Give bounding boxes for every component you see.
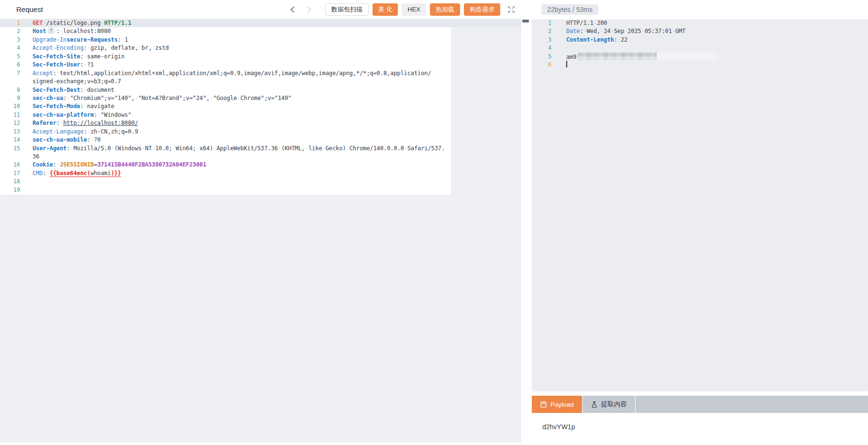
hex-button[interactable]: HEX [402, 3, 426, 16]
tab-payload-label: Payload [550, 401, 574, 408]
extract-flask-icon [591, 401, 598, 408]
payload-content-area: d2hvYW1p [532, 413, 868, 445]
chevron-right-icon [305, 6, 313, 13]
beautify-button[interactable]: 美 化 [373, 3, 398, 16]
request-editor[interactable]: 1GET·/static/logo.png·HTTP/1.12Host?:·lo… [0, 19, 521, 194]
line-number: 6 [0, 61, 20, 69]
next-packet-button[interactable] [303, 5, 315, 14]
fullscreen-button[interactable] [507, 5, 516, 14]
prev-packet-button[interactable] [287, 5, 298, 14]
code-line[interactable]: 17CMD:·{{base64enc(whoami)}} [0, 169, 521, 178]
code-line[interactable]: 14sec-ch-ua-mobile:·?0 [0, 136, 521, 144]
code-line[interactable]: 4Accept-Encoding:·gzip,·deflate,·br,·zst… [0, 44, 521, 52]
chevron-left-icon [289, 6, 297, 13]
code-line[interactable]: 15User-Agent:·Mozilla/5.0·(Windows·NT·10… [0, 145, 521, 153]
code-line[interactable]: 6Sec-Fetch-User:·?1 [0, 61, 521, 69]
line-number: 3 [532, 36, 551, 44]
code-line[interactable]: 3Content-Length:·22 [532, 36, 868, 44]
code-line[interactable]: signed-exchange;v=b3;q=0.7 [0, 78, 521, 86]
host-hint-badge[interactable]: ? [48, 28, 55, 34]
line-number: 10 [0, 102, 20, 111]
line-number: 12 [0, 119, 20, 127]
code-line[interactable]: 5am9 [532, 53, 868, 61]
code-line[interactable]: 11sec-ch-ua-platform:·"Windows" [0, 111, 521, 119]
line-number: 8 [0, 86, 20, 94]
code-line[interactable]: 12Referer:·http://localhost:8080/ [0, 119, 521, 127]
response-panel-gap [532, 391, 868, 396]
line-number: 1 [532, 19, 551, 27]
response-bottom-tabbar: Payload 提取内容 [532, 396, 868, 413]
line-number: 6 [532, 61, 551, 69]
response-editor-background [532, 19, 868, 391]
response-panel: 22bytes / 53ms 1HTTP/1.1·2002Date:·Wed,·… [532, 0, 868, 445]
line-number: 5 [0, 53, 20, 61]
fullscreen-expand-icon [507, 5, 516, 14]
line-number: 15 [0, 145, 20, 153]
request-panel-bottom-strip [0, 442, 521, 445]
construct-request-button[interactable]: 构造请求 [464, 3, 500, 16]
line-number: 5 [532, 53, 551, 61]
line-number: 18 [0, 178, 20, 186]
response-stats-badge: 22bytes / 53ms [541, 4, 598, 15]
line-number: 9 [0, 94, 20, 102]
line-number: 2 [0, 27, 20, 35]
line-number: 4 [532, 44, 551, 52]
request-title: Request [16, 5, 43, 13]
text-cursor [566, 61, 567, 67]
line-number: 7 [0, 69, 20, 78]
hot-reload-button[interactable]: 热加载 [430, 3, 460, 16]
code-line[interactable]: 5Sec-Fetch-Site:·same-origin [0, 53, 521, 61]
line-number: 2 [532, 27, 551, 35]
code-line[interactable]: 7Accept:·text/html,application/xhtml+xml… [0, 69, 521, 78]
code-line[interactable]: 18 [0, 178, 521, 186]
tab-payload[interactable]: Payload [532, 396, 582, 413]
code-line[interactable]: 4 [532, 44, 868, 52]
payload-book-icon [540, 401, 547, 408]
code-line[interactable]: 2Date:·Wed,·24·Sep·2025·05:37:01·GMT [532, 27, 868, 35]
response-header: 22bytes / 53ms [532, 0, 868, 19]
tab-extract-content[interactable]: 提取内容 [582, 396, 636, 413]
code-line[interactable]: 8Sec-Fetch-Dest:·document [0, 86, 521, 94]
line-number: 13 [0, 128, 20, 136]
line-number: 11 [0, 111, 20, 119]
code-line[interactable]: 10Sec-Fetch-Mode:·navigate [0, 102, 521, 111]
tab-extract-content-label: 提取内容 [601, 400, 627, 409]
request-scrollbar-track[interactable] [521, 0, 532, 445]
line-number: 17 [0, 169, 20, 178]
line-number: 14 [0, 136, 20, 144]
code-line[interactable]: 6 [532, 61, 868, 69]
packet-viewer: Request 数据包扫描 美 化 HEX 热加载 构造请求 [0, 0, 868, 445]
tabbar-filler [636, 396, 868, 413]
code-line[interactable]: 1GET·/static/logo.png·HTTP/1.1 [0, 19, 521, 27]
request-scrollbar-thumb[interactable] [522, 20, 529, 22]
response-editor[interactable]: 1HTTP/1.1·2002Date:·Wed,·24·Sep·2025·05:… [532, 19, 868, 69]
code-line[interactable]: 9sec-ch-ua:·"Chromium";v="140",·"Not=A?B… [0, 94, 521, 102]
redacted-content-mosaic [578, 53, 657, 60]
code-line[interactable]: 1HTTP/1.1·200 [532, 19, 868, 27]
packet-scan-button[interactable]: 数据包扫描 [325, 3, 369, 16]
code-line[interactable]: 2Host?:·localhost:8080 [0, 27, 521, 35]
code-line[interactable]: 13Accept-Language:·zh-CN,zh;q=0.9 [0, 128, 521, 136]
request-header: Request 数据包扫描 美 化 HEX 热加载 构造请求 [0, 0, 521, 19]
line-number: 16 [0, 161, 20, 169]
payload-value: d2hvYW1p [542, 423, 575, 431]
redacted-content-tail [657, 53, 719, 60]
line-number: 1 [0, 19, 20, 27]
code-line[interactable]: 3Upgrade-Insecure-Requests:·1 [0, 36, 521, 44]
line-number: 3 [0, 36, 20, 44]
code-line[interactable]: 16Cookie:·JSESSIONID=371415B4440F2BA5380… [0, 161, 521, 169]
code-line[interactable]: 19 [0, 186, 521, 194]
line-number: 4 [0, 44, 20, 52]
line-number: 19 [0, 186, 20, 194]
code-line[interactable]: 36 [0, 153, 521, 161]
